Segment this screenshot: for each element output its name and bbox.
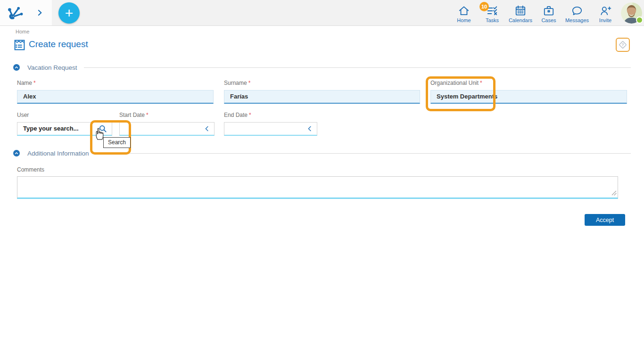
user-search-placeholder: Type your search... [23,125,79,132]
bizagi-logo [6,5,24,21]
logo-area [0,0,52,25]
user-label: User [17,112,29,118]
nav-tasks[interactable]: 10 Tasks [478,2,506,25]
nav-invite-label: Invite [599,17,611,23]
surname-field-group: Surname* Farías [224,80,420,104]
required-marker: * [146,112,149,118]
name-value: Alex [23,93,36,100]
required-marker: * [480,80,482,86]
search-tooltip: Search [103,137,131,148]
start-date-label: Start Date [119,112,145,118]
help-button[interactable]: ? [616,38,630,52]
comments-field [17,176,618,199]
org-unit-input[interactable]: System Departments [430,90,627,104]
create-request-icon [13,39,26,51]
org-unit-value: System Departments [437,93,497,100]
nav-tasks-label: Tasks [486,17,499,23]
collapse-section-icon[interactable] [13,64,20,71]
section-vacation-request: Vacation Request [13,64,631,71]
org-unit-label: Organizational Unit [430,80,479,86]
nav-messages-label: Messages [565,17,589,23]
search-button[interactable] [94,123,111,135]
calendar-icon [514,5,527,17]
nav-cases-label: Cases [541,17,556,23]
nav-messages[interactable]: Messages [563,2,591,25]
breadcrumb[interactable]: Home [16,29,29,34]
nav-home[interactable]: Home [450,2,478,25]
nav-calendars[interactable]: Calendars [506,2,535,25]
surname-value: Farías [230,93,248,100]
section-title: Additional Information [27,150,89,157]
user-avatar[interactable] [621,2,642,24]
end-date-label: End Date [224,112,248,118]
page-title: Create request [29,39,88,49]
top-navigation: Home 10 Tasks Calendars [450,2,619,25]
section-divider [96,153,631,154]
org-unit-field-group: Organizational Unit* System Departments [430,80,627,104]
start-date-input[interactable] [119,122,215,136]
name-label: Name [17,80,32,86]
message-bubble-icon [571,5,583,17]
topbar: + Home 10 Tasks [0,0,644,26]
expand-menu-icon[interactable] [35,8,44,17]
home-icon [458,5,470,17]
tasks-badge: 10 [479,2,489,11]
nav-cases[interactable]: Cases [535,2,563,25]
name-field-group: Name* Alex [17,80,214,104]
required-marker: * [248,80,251,86]
accept-button[interactable]: Accept [585,214,625,226]
surname-label: Surname [224,80,247,86]
user-search-input[interactable]: Type your search... [17,123,94,135]
calendar-expand-icon[interactable] [305,124,314,137]
section-title: Vacation Request [27,64,77,71]
end-date-field-group: End Date* [224,112,317,136]
briefcase-icon [543,5,555,17]
user-field-group: User [17,112,112,118]
surname-input[interactable]: Farías [224,90,420,104]
start-date-field-group: Start Date* [119,112,215,136]
calendar-expand-icon[interactable] [203,124,211,137]
name-input[interactable]: Alex [17,90,214,104]
required-marker: * [249,112,251,118]
user-search-group: Type your search... [17,122,112,136]
new-case-button[interactable]: + [58,2,80,24]
svg-text:?: ? [621,42,624,47]
search-icon [98,124,107,133]
required-marker: * [33,80,36,86]
comments-label: Comments [17,166,44,173]
nav-calendars-label: Calendars [509,17,532,23]
section-additional-information: Additional Information [13,150,631,156]
nav-home-label: Home [457,17,471,23]
collapse-section-icon[interactable] [13,150,20,156]
help-diamond-icon: ? [618,40,628,50]
invite-user-icon [599,5,611,17]
nav-invite[interactable]: Invite [591,2,619,25]
section-divider [84,67,631,68]
end-date-input[interactable] [224,122,317,136]
online-status-dot [636,16,643,24]
comments-textarea[interactable] [17,176,618,199]
